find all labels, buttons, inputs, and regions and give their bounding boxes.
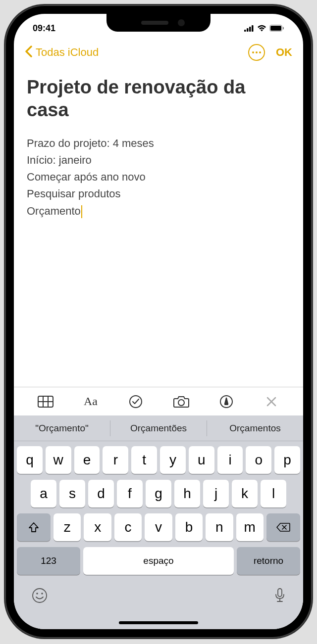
key-k[interactable]: k	[232, 480, 258, 507]
key-q[interactable]: q	[17, 446, 43, 474]
delete-key[interactable]	[266, 513, 300, 541]
wifi-icon	[257, 25, 266, 32]
nav-bar: Todas iCloud OK	[14, 39, 303, 66]
key-p[interactable]: p	[274, 446, 300, 474]
markup-icon[interactable]	[217, 393, 235, 411]
svg-rect-2	[249, 27, 251, 32]
home-indicator[interactable]	[119, 621, 198, 624]
key-row-3: z x c v b n m	[17, 513, 300, 541]
key-b[interactable]: b	[175, 513, 203, 541]
camera-icon[interactable]	[172, 393, 190, 411]
svg-point-14	[130, 396, 142, 408]
key-s[interactable]: s	[59, 480, 85, 507]
back-button[interactable]: Todas iCloud	[36, 46, 245, 59]
svg-point-8	[256, 51, 258, 53]
table-icon[interactable]	[37, 393, 54, 411]
suggestion[interactable]: "Orçamento"	[14, 420, 110, 436]
key-g[interactable]: g	[146, 480, 171, 507]
space-key[interactable]: espaço	[83, 547, 234, 575]
svg-rect-6	[283, 27, 284, 30]
note-line[interactable]: Prazo do projeto: 4 meses	[27, 135, 290, 152]
svg-rect-20	[278, 589, 282, 597]
status-time: 09:41	[33, 23, 55, 34]
key-c[interactable]: c	[114, 513, 142, 541]
numbers-key[interactable]: 123	[17, 547, 80, 575]
key-o[interactable]: o	[246, 446, 271, 474]
close-toolbar-icon[interactable]	[263, 393, 280, 411]
shift-key[interactable]	[17, 513, 51, 541]
done-button[interactable]: OK	[276, 46, 292, 59]
back-chevron-icon[interactable]	[25, 46, 33, 59]
key-t[interactable]: t	[131, 446, 157, 474]
note-content[interactable]: Projeto de renovação da casa Prazo do pr…	[14, 66, 303, 387]
key-v[interactable]: v	[145, 513, 172, 541]
note-line[interactable]: Pesquisar produtos	[27, 185, 290, 202]
key-row-4: 123 espaço retorno	[17, 547, 300, 575]
key-y[interactable]: y	[160, 446, 186, 474]
suggestion[interactable]: Orçamentos	[207, 420, 303, 436]
svg-point-19	[41, 593, 43, 595]
cellular-signal-icon	[244, 25, 254, 32]
note-line[interactable]: Orçamento	[27, 203, 290, 220]
text-cursor	[81, 205, 83, 218]
svg-rect-1	[247, 28, 249, 32]
key-z[interactable]: z	[53, 513, 81, 541]
return-key[interactable]: retorno	[237, 547, 300, 575]
svg-point-17	[33, 589, 47, 602]
key-row-2: a s d f g h j k l	[17, 480, 300, 507]
key-i[interactable]: i	[217, 446, 243, 474]
key-j[interactable]: j	[203, 480, 229, 507]
formatting-toolbar: Aa	[14, 387, 303, 415]
svg-point-15	[178, 400, 184, 406]
battery-icon	[269, 25, 284, 32]
text-format-icon[interactable]: Aa	[82, 393, 100, 411]
key-row-1: q w e r t y u i o p	[17, 446, 300, 474]
svg-point-9	[259, 51, 261, 53]
key-e[interactable]: e	[74, 446, 100, 474]
svg-rect-0	[244, 30, 246, 32]
note-title[interactable]: Projeto de renovação da casa	[27, 76, 290, 121]
keyboard: "Orçamento" Orçamentões Orçamentos q w e…	[14, 415, 303, 629]
key-r[interactable]: r	[103, 446, 128, 474]
key-x[interactable]: x	[84, 513, 111, 541]
key-f[interactable]: f	[117, 480, 143, 507]
suggestion-bar: "Orçamento" Orçamentões Orçamentos	[14, 415, 303, 441]
checklist-icon[interactable]	[127, 393, 145, 411]
key-n[interactable]: n	[206, 513, 233, 541]
note-line[interactable]: Começar após ano novo	[27, 169, 290, 185]
suggestion[interactable]: Orçamentões	[110, 420, 207, 436]
more-options-button[interactable]	[248, 44, 265, 61]
emoji-key[interactable]	[32, 588, 48, 605]
key-a[interactable]: a	[31, 480, 56, 507]
key-l[interactable]: l	[261, 480, 286, 507]
note-body[interactable]: Prazo do projeto: 4 meses Início: janeir…	[27, 135, 290, 219]
note-line[interactable]: Início: janeiro	[27, 152, 290, 169]
key-w[interactable]: w	[46, 446, 71, 474]
svg-rect-3	[252, 25, 254, 32]
svg-rect-5	[270, 26, 281, 31]
svg-point-7	[252, 51, 254, 53]
key-m[interactable]: m	[236, 513, 264, 541]
dictation-key[interactable]	[274, 588, 285, 605]
key-u[interactable]: u	[189, 446, 214, 474]
key-d[interactable]: d	[88, 480, 114, 507]
key-h[interactable]: h	[174, 480, 200, 507]
svg-point-18	[36, 593, 38, 595]
